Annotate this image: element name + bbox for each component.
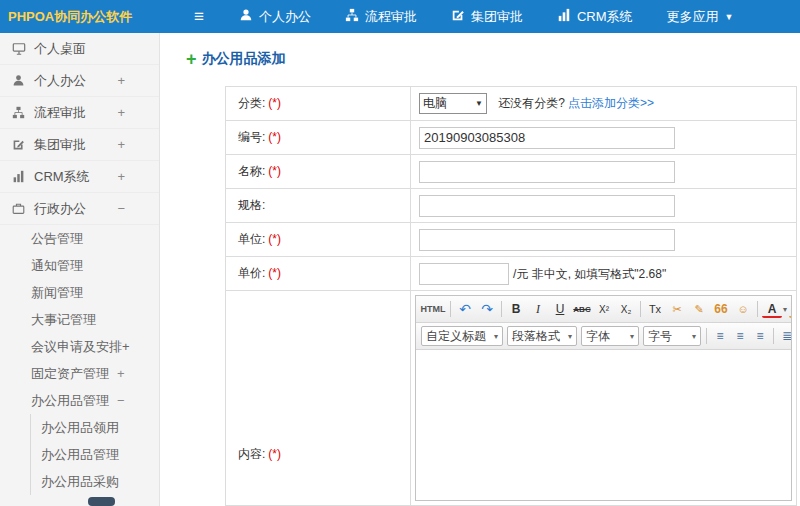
bold-icon[interactable]: B <box>506 299 526 319</box>
superscript-icon[interactable]: X² <box>594 299 614 319</box>
field-label: 规格: <box>238 198 265 212</box>
sidebar-item-label: 个人办公 <box>34 72 86 90</box>
expand-toggle[interactable]: + <box>117 169 125 184</box>
sidebar-item-meetings[interactable]: 会议申请及安排+ <box>0 333 159 360</box>
redo-icon[interactable]: ↷ <box>477 299 497 319</box>
ordered-list-icon[interactable]: ≣ <box>778 326 791 346</box>
strikethrough-icon[interactable]: ABC <box>572 299 592 319</box>
sidebar-item-office-supplies[interactable]: 办公用品管理− <box>0 387 159 414</box>
nav-crm-system[interactable]: CRM系统 <box>540 0 650 33</box>
font-size-dropdown[interactable]: 字号▾ <box>643 326 701 346</box>
undo-icon[interactable]: ↶ <box>455 299 475 319</box>
sidebar-item-supplies-requisition[interactable]: 办公用品领用 <box>31 414 159 441</box>
collapse-toggle[interactable]: − <box>117 201 125 216</box>
add-category-link[interactable]: 点击添加分类>> <box>568 96 654 110</box>
editor-toolbar-row2: 自定义标题▾ 段落格式▾ 字体▾ 字号▾ ≡ ≡ ≡ ≣ ≔ » <box>416 323 791 350</box>
sidebar-item-label: 公告管理 <box>31 231 83 246</box>
toolbar-separator <box>640 301 641 317</box>
eraser-icon[interactable]: ✂ <box>667 299 687 319</box>
editor-toolbar-row1: HTML ↶ ↷ B I U ABC X² X₂ Tx <box>416 296 791 323</box>
price-hint: /元 非中文, 如填写格式"2.68" <box>513 267 666 281</box>
required-mark: (*) <box>268 447 281 461</box>
paragraph-format-dropdown[interactable]: 段落格式▾ <box>507 326 577 346</box>
page-title: + 办公用品添加 <box>186 50 800 68</box>
sidebar-item-label: 会议申请及安排+ <box>31 339 130 354</box>
page-title-text: 办公用品添加 <box>202 50 286 68</box>
sidebar-item-crm[interactable]: CRM系统 + <box>0 161 159 193</box>
custom-title-dropdown[interactable]: 自定义标题▾ <box>421 326 503 346</box>
align-left-icon[interactable]: ≡ <box>711 326 729 346</box>
font-color-icon[interactable]: A <box>762 302 782 318</box>
sidebar-item-flow-approval[interactable]: 流程审批 + <box>0 97 159 129</box>
briefcase-icon <box>11 202 26 215</box>
italic-icon[interactable]: I <box>528 299 548 319</box>
sidebar-item-label: 流程审批 <box>34 104 86 122</box>
sidebar-item-supplies-management[interactable]: 办公用品管理 <box>31 441 159 468</box>
required-mark: (*) <box>268 266 281 280</box>
font-family-dropdown[interactable]: 字体▾ <box>581 326 639 346</box>
caret-down-icon: ▼ <box>475 99 483 108</box>
form-row-unit: 单位:(*) <box>226 223 797 257</box>
toolbar-separator <box>757 301 758 317</box>
flow-icon <box>345 8 359 25</box>
bar-chart-icon <box>557 8 571 25</box>
sidebar-item-news[interactable]: 新闻管理 <box>0 279 159 306</box>
plus-icon: + <box>186 52 197 66</box>
expand-toggle[interactable]: + <box>117 137 125 152</box>
topbar: PHPOA协同办公软件 ≡ 个人办公 流程审批 集团审批 CRM系统 更多应用 … <box>0 0 800 33</box>
align-right-icon[interactable]: ≡ <box>751 326 769 346</box>
rich-text-editor: HTML ↶ ↷ B I U ABC X² X₂ Tx <box>415 295 792 501</box>
format-painter-icon[interactable]: ✎ <box>689 299 709 319</box>
nav-more-apps[interactable]: 更多应用 ▼ <box>650 0 751 33</box>
unit-input[interactable] <box>419 229 675 251</box>
field-label: 单价: <box>238 266 265 280</box>
collapse-toggle[interactable]: − <box>117 393 125 408</box>
price-input[interactable] <box>419 263 509 285</box>
field-label: 编号: <box>238 130 265 144</box>
sidebar-item-memorabilia[interactable]: 大事记管理 <box>0 306 159 333</box>
underline-icon[interactable]: U <box>550 299 570 319</box>
highlight-color-icon[interactable]: ab <box>789 302 791 318</box>
nav-group-approval[interactable]: 集团审批 <box>434 0 540 33</box>
editor-content[interactable] <box>416 350 791 500</box>
form-row-name: 名称:(*) <box>226 155 797 189</box>
form-row-category: 分类:(*) 电脑 ▼ 还没有分类?点击添加分类>> <box>226 87 797 121</box>
sidebar-item-group-approval[interactable]: 集团审批 + <box>0 129 159 161</box>
align-center-icon[interactable]: ≡ <box>731 326 749 346</box>
spec-input[interactable] <box>419 195 675 217</box>
blockquote-icon[interactable]: 66 <box>711 299 731 319</box>
nav-label: 个人办公 <box>259 8 311 26</box>
caret-down-icon: ▼ <box>725 12 734 22</box>
subscript-icon[interactable]: X₂ <box>616 299 636 319</box>
sidebar-item-fixed-assets[interactable]: 固定资产管理+ <box>0 360 159 387</box>
scrollbar-thumb[interactable] <box>88 497 115 506</box>
nav-flow-approval[interactable]: 流程审批 <box>328 0 434 33</box>
expand-toggle[interactable]: + <box>117 105 125 120</box>
remove-format-icon[interactable]: Tx <box>645 299 665 319</box>
nav-personal-office[interactable]: 个人办公 <box>222 0 328 33</box>
sidebar-item-label: 集团审批 <box>34 136 86 154</box>
sidebar-item-admin-office[interactable]: 行政办公 − <box>0 193 159 225</box>
sidebar-item-personal-office[interactable]: 个人办公 + <box>0 65 159 97</box>
category-select[interactable]: 电脑 ▼ <box>419 93 487 114</box>
sidebar-item-notices[interactable]: 通知管理 <box>0 252 159 279</box>
sidebar-item-supplies-purchase[interactable]: 办公用品采购 <box>31 468 159 495</box>
page-layout: 个人桌面 个人办公 + 流程审批 + 集团审批 + CRM系统 + 行政办公 − <box>0 33 800 506</box>
caret-down-icon: ▾ <box>494 332 498 341</box>
field-label: 分类: <box>238 96 265 110</box>
source-icon[interactable]: HTML <box>420 299 446 319</box>
app-logo[interactable]: PHPOA协同办公软件 <box>0 8 160 26</box>
code-input[interactable] <box>419 127 675 149</box>
caret-down-icon: ▾ <box>692 332 696 341</box>
expand-toggle[interactable]: + <box>117 73 125 88</box>
caret-down-icon[interactable]: ▾ <box>783 305 787 314</box>
toolbar-separator <box>450 301 451 317</box>
sidebar-item-desktop[interactable]: 个人桌面 <box>0 33 159 65</box>
sidebar-item-announcements[interactable]: 公告管理 <box>0 225 159 252</box>
expand-toggle[interactable]: + <box>117 366 125 381</box>
emotion-icon[interactable]: ☺ <box>733 299 753 319</box>
menu-toggle-icon[interactable]: ≡ <box>194 8 204 25</box>
main-content: + 办公用品添加 分类:(*) 电脑 ▼ 还没有分类?点击添加分类>> 编号:(… <box>160 33 800 506</box>
name-input[interactable] <box>419 161 675 183</box>
required-mark: (*) <box>268 96 281 110</box>
